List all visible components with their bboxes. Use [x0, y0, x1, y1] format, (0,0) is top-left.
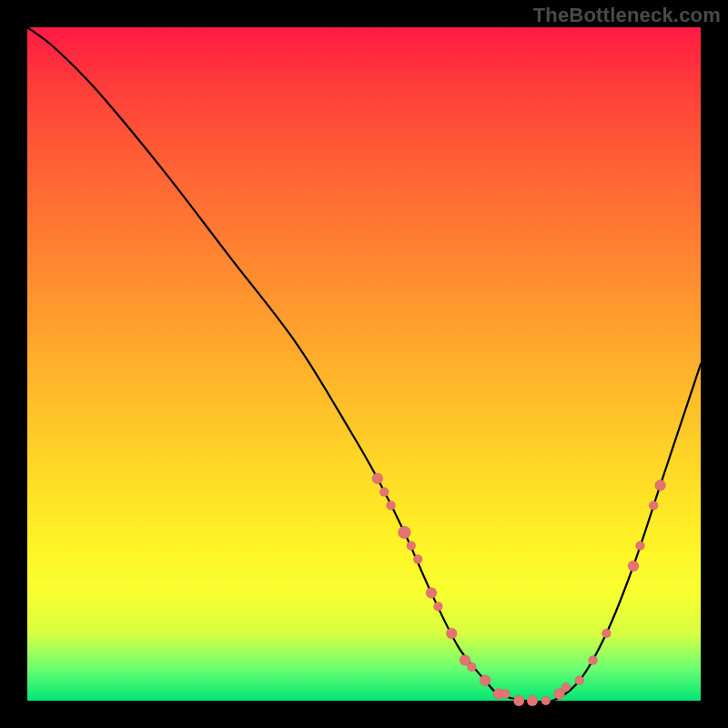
data-marker	[379, 488, 389, 497]
data-marker	[541, 696, 551, 705]
data-marker	[413, 555, 422, 564]
data-marker	[372, 473, 383, 484]
bottleneck-curve	[27, 27, 701, 703]
data-marker	[589, 656, 598, 665]
data-marker	[467, 662, 476, 672]
watermark-text: TheBottleneck.com	[533, 4, 721, 27]
data-marker	[387, 500, 396, 510]
data-marker	[561, 682, 571, 692]
chart-frame: TheBottleneck.com	[0, 0, 728, 728]
data-marker	[446, 628, 457, 639]
data-marker	[426, 588, 437, 599]
data-marker	[480, 675, 490, 686]
plot-area	[27, 27, 701, 701]
data-marker	[527, 695, 538, 706]
data-marker	[513, 695, 524, 706]
data-marker	[602, 629, 611, 638]
data-marker	[655, 480, 666, 490]
data-marker	[407, 541, 416, 551]
data-marker	[398, 526, 410, 539]
data-marker	[635, 541, 644, 551]
data-marker	[649, 500, 658, 510]
data-marker	[575, 676, 584, 685]
data-marker	[433, 602, 442, 611]
curve-svg	[27, 27, 701, 701]
marker-group	[372, 473, 666, 706]
data-marker	[628, 561, 639, 571]
data-marker	[500, 690, 510, 699]
